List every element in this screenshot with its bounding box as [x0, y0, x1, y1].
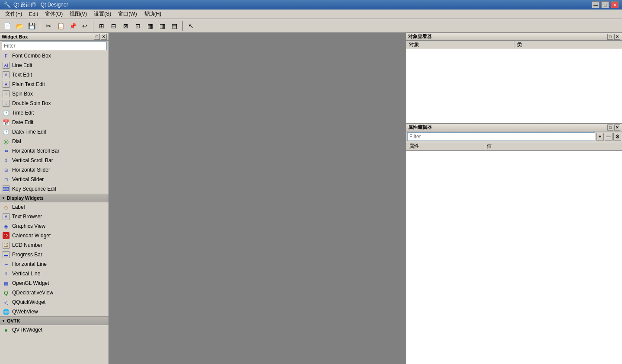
- minimize-button[interactable]: —: [592, 1, 600, 8]
- object-inspector-close-btn[interactable]: ✕: [614, 34, 620, 40]
- label-icon: ◇: [3, 204, 10, 211]
- close-button[interactable]: ✕: [611, 1, 619, 8]
- display-widgets-category[interactable]: Display Widgets: [0, 194, 108, 202]
- undo-button[interactable]: ↩: [79, 20, 90, 32]
- list-item[interactable]: ◁ QQuickWidget: [0, 297, 108, 307]
- menu-file[interactable]: 文件(F): [2, 10, 26, 19]
- list-item[interactable]: ⦀ Vertical Line: [0, 269, 108, 278]
- list-item[interactable]: 📅 Date Edit: [0, 118, 108, 127]
- maximize-button[interactable]: □: [601, 1, 609, 8]
- menu-window[interactable]: 窗口(W): [115, 10, 140, 19]
- list-item[interactable]: 12 LCD Number: [0, 240, 108, 250]
- filter-row: [0, 41, 108, 51]
- app-title: Qt 设计师 - Qt Designer: [13, 1, 68, 9]
- widget-label: Vertical Scroll Bar: [12, 157, 53, 163]
- inspector-table-content: [406, 49, 622, 123]
- list-item[interactable]: ● QVTKWidget: [0, 325, 108, 335]
- property-editor-float-btn[interactable]: □: [607, 125, 613, 131]
- layout-btn-4[interactable]: ⊡: [132, 20, 144, 32]
- object-inspector-float-btn[interactable]: □: [607, 34, 613, 40]
- list-item[interactable]: A Text Edit: [0, 70, 108, 80]
- list-item[interactable]: ▦ OpenGL Widget: [0, 278, 108, 288]
- progress-bar-icon: ▬: [3, 251, 10, 258]
- graphics-view-icon: ◈: [3, 223, 10, 230]
- list-item[interactable]: ⊡ Vertical Slider: [0, 175, 108, 184]
- list-item[interactable]: 🌐 QWebView: [0, 307, 108, 316]
- widget-label: Dial: [12, 138, 21, 144]
- datetime-edit-icon: 🕐: [3, 128, 10, 135]
- list-item[interactable]: ↕ Spin Box: [0, 89, 108, 99]
- widget-filter-input[interactable]: [2, 42, 107, 50]
- qvtk-icon: ●: [3, 326, 10, 333]
- vscroll-icon: ⇕: [3, 157, 10, 164]
- property-editor-close-btn[interactable]: ✕: [614, 125, 620, 131]
- menu-form[interactable]: 窗体(O): [41, 10, 66, 19]
- widget-label: QDeclarativeView: [12, 290, 53, 296]
- list-item[interactable]: A Plain Text Edit: [0, 80, 108, 89]
- menu-edit[interactable]: Edit: [26, 10, 41, 18]
- widget-label: Line Edit: [12, 62, 32, 68]
- list-item[interactable]: ⌨ Key Sequence Edit: [0, 184, 108, 194]
- widget-label: QWebView: [12, 309, 38, 315]
- list-item[interactable]: ◈ Graphics View: [0, 221, 108, 231]
- list-item[interactable]: ▬ Progress Bar: [0, 250, 108, 259]
- app-icon: 🔧: [3, 1, 11, 8]
- widget-box-panel: Widget Box □ ✕ F Font Combo Box A| Line …: [0, 33, 109, 364]
- layout-btn-3[interactable]: ⊠: [120, 20, 131, 32]
- widget-label: LCD Number: [12, 242, 42, 248]
- right-panels: 对象查看器 □ ✕ 对象 类 属性编辑器: [406, 33, 622, 364]
- widget-label: Text Browser: [12, 214, 42, 220]
- menu-view[interactable]: 视图(V): [66, 10, 90, 19]
- property-add-btn[interactable]: +: [596, 133, 604, 140]
- property-filter-input[interactable]: [407, 132, 595, 141]
- property-col-value: 值: [484, 142, 622, 150]
- pointer-button[interactable]: ↖: [185, 20, 197, 32]
- time-edit-icon: 🕐: [3, 109, 10, 116]
- layout-btn-6[interactable]: ▥: [156, 20, 168, 32]
- list-item[interactable]: ⇔ Horizontal Scroll Bar: [0, 146, 108, 156]
- widget-box-close-btn[interactable]: ✕: [101, 34, 107, 40]
- title-bar: 🔧 Qt 设计师 - Qt Designer — □ ✕: [0, 0, 622, 10]
- paste-button[interactable]: 📌: [67, 20, 78, 32]
- list-item[interactable]: ↕ Double Spin Box: [0, 99, 108, 108]
- widget-box-float-btn[interactable]: □: [94, 34, 100, 40]
- copy-button[interactable]: 📋: [55, 20, 66, 32]
- property-table-header: 属性 值: [406, 142, 622, 151]
- layout-btn-5[interactable]: ▦: [144, 20, 156, 32]
- list-item[interactable]: Q QDeclarativeView: [0, 288, 108, 297]
- widget-label: Vertical Line: [12, 271, 40, 277]
- list-item[interactable]: A| Line Edit: [0, 61, 108, 70]
- qvtk-label: QVTK: [7, 318, 20, 323]
- property-config-btn[interactable]: ⚙: [613, 133, 621, 140]
- widget-label: OpenGL Widget: [12, 280, 49, 286]
- layout-btn-2[interactable]: ⊟: [108, 20, 119, 32]
- open-button[interactable]: 📂: [14, 20, 25, 32]
- title-bar-controls: — □ ✕: [592, 1, 619, 8]
- menu-settings[interactable]: 设置(S): [90, 10, 115, 19]
- property-content: [406, 151, 622, 364]
- menu-help[interactable]: 帮助(H): [140, 10, 165, 19]
- new-button[interactable]: 📄: [2, 20, 13, 32]
- list-item[interactable]: F Font Combo Box: [0, 51, 108, 61]
- list-item[interactable]: 🕐 Date/Time Edit: [0, 127, 108, 137]
- cut-button[interactable]: ✂: [43, 20, 54, 32]
- widget-label: Font Combo Box: [12, 53, 51, 59]
- layout-btn-7[interactable]: ▤: [169, 20, 180, 32]
- widget-label: Horizontal Slider: [12, 167, 50, 173]
- property-remove-btn[interactable]: —: [605, 133, 612, 140]
- widget-label: Vertical Slider: [12, 176, 44, 182]
- save-button[interactable]: 💾: [26, 20, 37, 32]
- layout-btn-1[interactable]: ⊞: [96, 20, 107, 32]
- list-item[interactable]: ◇ Label: [0, 202, 108, 212]
- widget-label: Graphics View: [12, 223, 45, 229]
- list-item[interactable]: ⊟ Horizontal Slider: [0, 165, 108, 175]
- canvas-area[interactable]: [109, 33, 406, 364]
- menu-bar: 文件(F) Edit 窗体(O) 视图(V) 设置(S) 窗口(W) 帮助(H): [0, 10, 622, 19]
- list-item[interactable]: ━ Horizontal Line: [0, 259, 108, 269]
- list-item[interactable]: 12 Calendar Widget: [0, 231, 108, 240]
- list-item[interactable]: A Text Browser: [0, 212, 108, 221]
- list-item[interactable]: ⇕ Vertical Scroll Bar: [0, 156, 108, 165]
- list-item[interactable]: ◎ Dial: [0, 137, 108, 146]
- list-item[interactable]: 🕐 Time Edit: [0, 108, 108, 118]
- qvtk-category[interactable]: QVTK: [0, 316, 108, 325]
